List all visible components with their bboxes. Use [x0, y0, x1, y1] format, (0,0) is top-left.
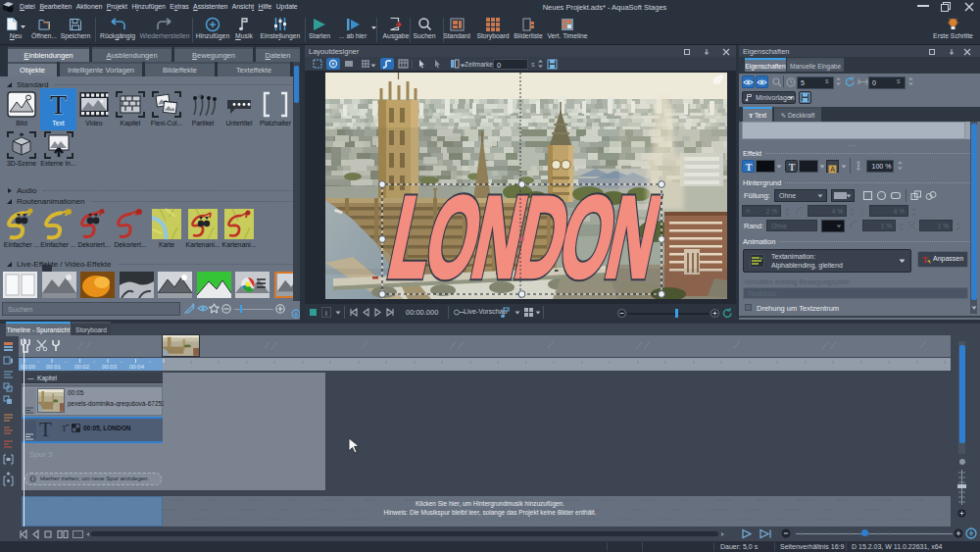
svg-text:A: A — [830, 166, 835, 173]
svg-text:T: T — [922, 255, 928, 265]
svg-text:T: T — [50, 91, 67, 118]
svg-text:T: T — [745, 162, 752, 172]
svg-text:T: T — [788, 162, 795, 172]
svg-text:LONDON: LONDON — [380, 173, 668, 299]
